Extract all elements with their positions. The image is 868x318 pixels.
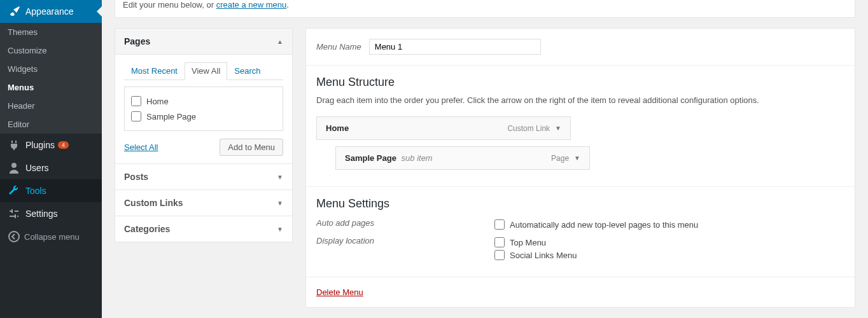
main-content: Edit your menu below, or create a new me… — [102, 0, 868, 318]
submenu-menus[interactable]: Menus — [0, 78, 102, 97]
menu-settings-section: Menu Settings Auto add pages Automatical… — [306, 186, 855, 277]
user-icon — [8, 162, 20, 174]
sliders-icon — [8, 207, 20, 220]
pages-accordion-header[interactable]: Pages ▲ — [115, 29, 292, 55]
page-checkbox-sample[interactable]: Sample Page — [131, 109, 276, 124]
pages-title: Pages — [124, 36, 150, 46]
brush-icon — [8, 5, 20, 18]
option-label: Top Menu — [510, 238, 546, 247]
svg-point-0 — [9, 232, 19, 242]
option-label: Automatically add new top-level pages to… — [510, 220, 698, 230]
checkbox[interactable] — [131, 111, 141, 121]
sidebar-item-users[interactable]: Users — [0, 156, 102, 179]
create-menu-link[interactable]: create a new menu — [216, 0, 287, 10]
collapse-menu[interactable]: Collapse menu — [0, 225, 102, 248]
menu-item-type: Page ▼ — [551, 154, 580, 163]
triangle-up-icon: ▲ — [277, 38, 283, 45]
intro-bar: Edit your menu below, or create a new me… — [115, 0, 855, 18]
categories-accordion: Categories ▼ — [115, 216, 293, 242]
checkbox[interactable] — [494, 219, 505, 230]
submenu-header[interactable]: Header — [0, 97, 102, 115]
menu-item-sample-page[interactable]: Sample Page sub item Page ▼ — [335, 146, 590, 170]
page-label: Home — [146, 97, 169, 106]
custom-links-title: Custom Links — [124, 198, 183, 208]
admin-sidebar: Appearance Themes Customize Widgets Menu… — [0, 0, 102, 318]
sidebar-item-appearance[interactable]: Appearance — [0, 0, 102, 23]
add-items-column: Pages ▲ Most Recent View All Search Home — [115, 28, 293, 308]
submenu-customize[interactable]: Customize — [0, 41, 102, 60]
auto-add-row: Auto add pages Automatically add new top… — [316, 218, 844, 231]
submenu-editor[interactable]: Editor — [0, 115, 102, 134]
menu-item-home[interactable]: Home Custom Link ▼ — [316, 116, 571, 140]
triangle-down-icon[interactable]: ▼ — [574, 155, 580, 162]
menu-item-title: Home — [326, 123, 349, 133]
checkbox[interactable] — [494, 250, 505, 260]
posts-accordion-header[interactable]: Posts ▼ — [115, 164, 292, 190]
categories-title: Categories — [124, 224, 170, 234]
social-links-checkbox[interactable]: Social Links Menu — [494, 249, 844, 261]
custom-links-accordion: Custom Links ▼ — [115, 190, 293, 216]
sidebar-label: Users — [25, 163, 49, 173]
pages-tabs: Most Recent View All Search — [124, 62, 283, 80]
tab-view-all[interactable]: View All — [185, 62, 227, 80]
delete-section: Delete Menu — [306, 277, 855, 307]
posts-title: Posts — [124, 172, 148, 182]
settings-heading: Menu Settings — [316, 197, 844, 211]
display-location-label: Display location — [316, 236, 494, 261]
collapse-icon — [8, 230, 20, 243]
wrench-icon — [8, 184, 20, 197]
structure-description: Drag each item into the order you prefer… — [316, 95, 844, 105]
menu-edit-panel: Menu Name Menu Structure Drag each item … — [305, 28, 855, 308]
page-checkbox-home[interactable]: Home — [131, 93, 276, 109]
sidebar-label: Tools — [25, 186, 46, 196]
triangle-down-icon: ▼ — [277, 200, 283, 207]
triangle-down-icon: ▼ — [277, 174, 283, 181]
plug-icon — [8, 139, 20, 151]
pages-accordion: Pages ▲ Most Recent View All Search Home — [115, 28, 293, 164]
display-location-row: Display location Top Menu Social Links M… — [316, 236, 844, 261]
sidebar-label: Plugins — [25, 140, 55, 150]
add-to-menu-button[interactable]: Add to Menu — [220, 139, 283, 156]
menu-name-row: Menu Name — [306, 29, 855, 66]
appearance-submenu: Themes Customize Widgets Menus Header Ed… — [0, 23, 102, 134]
collapse-label: Collapse menu — [24, 232, 80, 242]
sidebar-label: Appearance — [25, 6, 74, 17]
sidebar-item-tools[interactable]: Tools — [0, 179, 102, 202]
page-list: Home Sample Page — [124, 86, 283, 131]
checkbox[interactable] — [494, 237, 505, 247]
menu-item-title: Sample Page sub item — [345, 153, 433, 163]
plugins-badge: 4 — [58, 141, 69, 149]
menu-item-type: Custom Link ▼ — [507, 124, 561, 133]
menu-name-label: Menu Name — [316, 42, 361, 52]
intro-suffix: . — [286, 0, 289, 10]
auto-add-label: Auto add pages — [316, 218, 494, 231]
submenu-themes[interactable]: Themes — [0, 23, 102, 41]
triangle-down-icon[interactable]: ▼ — [555, 125, 561, 132]
tab-most-recent[interactable]: Most Recent — [124, 62, 185, 80]
sidebar-item-settings[interactable]: Settings — [0, 202, 102, 225]
sidebar-label: Settings — [25, 209, 58, 219]
checkbox[interactable] — [131, 96, 141, 106]
categories-accordion-header[interactable]: Categories ▼ — [115, 216, 292, 242]
intro-text: Edit your menu below, or — [123, 0, 216, 10]
structure-heading: Menu Structure — [316, 76, 844, 89]
page-label: Sample Page — [146, 112, 196, 121]
select-all-link[interactable]: Select All — [124, 142, 158, 152]
custom-links-accordion-header[interactable]: Custom Links ▼ — [115, 190, 292, 216]
delete-menu-link[interactable]: Delete Menu — [316, 287, 363, 297]
tab-search[interactable]: Search — [227, 62, 267, 80]
auto-add-checkbox[interactable]: Automatically add new top-level pages to… — [494, 218, 844, 231]
top-menu-checkbox[interactable]: Top Menu — [494, 236, 844, 249]
submenu-widgets[interactable]: Widgets — [0, 60, 102, 78]
sub-item-label: sub item — [402, 153, 433, 163]
option-label: Social Links Menu — [510, 251, 577, 260]
menu-name-input[interactable] — [369, 39, 541, 55]
posts-accordion: Posts ▼ — [115, 164, 293, 190]
sidebar-item-plugins[interactable]: Plugins 4 — [0, 134, 102, 156]
menu-structure-section: Menu Structure Drag each item into the o… — [306, 66, 855, 186]
triangle-down-icon: ▼ — [277, 226, 283, 233]
